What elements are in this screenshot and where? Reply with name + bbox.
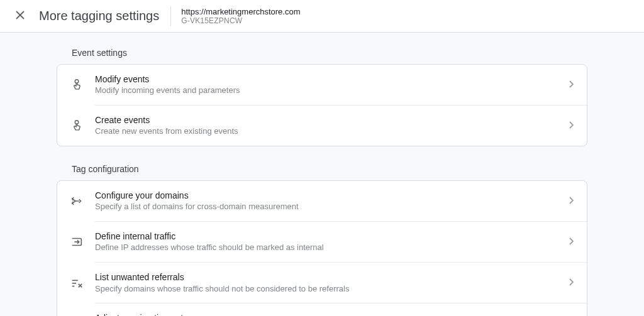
chevron-right-icon bbox=[569, 277, 574, 288]
section-title-event: Event settings bbox=[57, 48, 587, 58]
chevron-right-icon bbox=[569, 195, 574, 207]
row-title: Define internal traffic bbox=[95, 231, 562, 242]
header-divider bbox=[170, 6, 171, 26]
page-title: More tagging settings bbox=[39, 9, 159, 23]
close-button[interactable] bbox=[13, 9, 28, 24]
row-desc: Create new events from existing events bbox=[95, 126, 562, 137]
svg-point-2 bbox=[75, 80, 79, 84]
row-create-events[interactable]: Create events Create new events from exi… bbox=[95, 105, 587, 146]
svg-point-3 bbox=[75, 121, 79, 124]
row-define-internal-traffic[interactable]: Define internal traffic Define IP addres… bbox=[95, 221, 587, 262]
row-configure-domains[interactable]: Configure your domains Specify a list of… bbox=[57, 181, 587, 221]
close-icon bbox=[16, 11, 25, 22]
row-desc: Define IP addresses whose traffic should… bbox=[95, 242, 562, 253]
row-title: List unwanted referrals bbox=[95, 271, 562, 283]
chevron-right-icon bbox=[569, 236, 574, 248]
touch-icon bbox=[57, 119, 95, 133]
row-title: Create events bbox=[95, 114, 562, 126]
touch-icon bbox=[70, 78, 95, 92]
row-modify-events[interactable]: Modify events Modify incoming events and… bbox=[57, 65, 587, 105]
chevron-right-icon bbox=[569, 79, 574, 90]
row-desc: Specify a list of domains for cross-doma… bbox=[95, 202, 562, 212]
row-desc: Modify incoming events and parameters bbox=[95, 85, 562, 96]
chevron-right-icon bbox=[569, 120, 574, 131]
row-list-unwanted-referrals[interactable]: List unwanted referrals Specify domains … bbox=[95, 262, 587, 303]
row-title: Configure your domains bbox=[95, 190, 562, 201]
property-url: https://marketingmerchstore.com bbox=[181, 7, 300, 17]
row-title: Adjust session timeout bbox=[95, 312, 562, 316]
row-title: Modify events bbox=[95, 74, 562, 85]
section-title-tag: Tag configuration bbox=[57, 164, 587, 174]
header-bar: More tagging settings https://marketingm… bbox=[0, 0, 644, 33]
row-adjust-session-timeout[interactable]: Adjust session timeout Set how long sess… bbox=[95, 303, 587, 316]
input-icon bbox=[57, 235, 95, 249]
event-settings-card: Modify events Modify incoming events and… bbox=[57, 64, 587, 146]
filter-list-icon bbox=[57, 276, 95, 290]
property-tag-id: G-VK15EZPNCW bbox=[181, 16, 300, 25]
tag-config-card: Configure your domains Specify a list of… bbox=[57, 180, 587, 316]
row-desc: Specify domains whose traffic should not… bbox=[95, 284, 562, 295]
merge-icon bbox=[70, 194, 95, 208]
property-info: https://marketingmerchstore.com G-VK15EZ… bbox=[181, 7, 300, 26]
content-area: Event settings Modify events Modify inco… bbox=[0, 33, 644, 316]
